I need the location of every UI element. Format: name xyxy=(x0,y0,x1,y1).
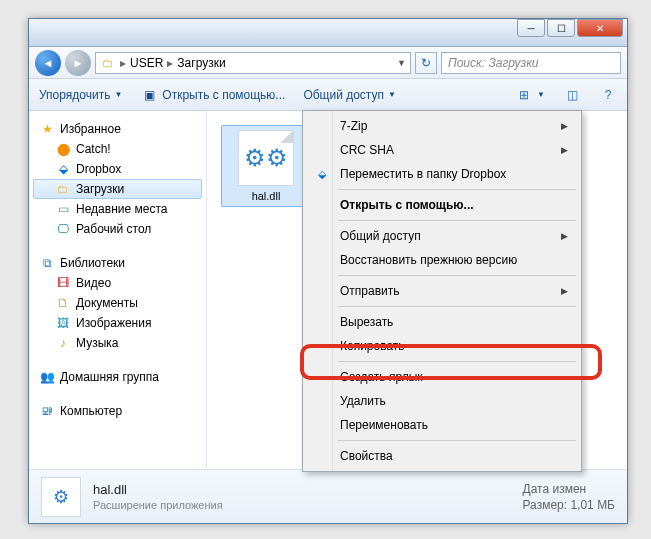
ctx-move-dropbox[interactable]: ⬙Переместить в папку Dropbox xyxy=(306,162,578,186)
dropbox-icon: ⬙ xyxy=(314,166,330,182)
ctx-shortcut[interactable]: Создать ярлык xyxy=(306,365,578,389)
ctx-open-with[interactable]: Открыть с помощью... xyxy=(306,193,578,217)
sidebar-item-documents[interactable]: 🗋Документы xyxy=(33,293,202,313)
organize-button[interactable]: Упорядочить▼ xyxy=(39,88,122,102)
homegroup-icon: 👥 xyxy=(39,369,55,385)
sidebar-item-recent[interactable]: ▭Недавние места xyxy=(33,199,202,219)
sidebar: ★Избранное ⬤Catch! ⬙Dropbox 🗀Загрузки ▭Н… xyxy=(29,111,207,469)
star-icon: ★ xyxy=(39,121,55,137)
sidebar-item-video[interactable]: 🎞Видео xyxy=(33,273,202,293)
address-bar[interactable]: 🗀 ▸ USER ▸ Загрузки ▼ xyxy=(95,52,411,74)
search-input[interactable]: Поиск: Загрузки xyxy=(441,52,621,74)
catch-icon: ⬤ xyxy=(55,141,71,157)
help-icon: ? xyxy=(599,86,617,104)
ctx-share[interactable]: Общий доступ▶ xyxy=(306,224,578,248)
chevron-right-icon: ▶ xyxy=(561,286,568,296)
context-menu: 7-Zip▶ CRC SHA▶ ⬙Переместить в папку Dro… xyxy=(302,110,582,472)
ctx-crc[interactable]: CRC SHA▶ xyxy=(306,138,578,162)
chevron-right-icon: ▶ xyxy=(561,145,568,155)
chevron-right-icon: ▸ xyxy=(167,56,173,70)
pane-icon: ◫ xyxy=(563,86,581,104)
file-name-label: hal.dll xyxy=(226,190,306,202)
folder-icon: 🗀 xyxy=(55,181,71,197)
chevron-right-icon: ▶ xyxy=(561,121,568,131)
ctx-7zip[interactable]: 7-Zip▶ xyxy=(306,114,578,138)
ctx-cut[interactable]: Вырезать xyxy=(306,310,578,334)
recent-icon: ▭ xyxy=(55,201,71,217)
minimize-button[interactable]: ─ xyxy=(517,19,545,37)
refresh-button[interactable]: ↻ xyxy=(415,52,437,74)
ctx-delete[interactable]: Удалить xyxy=(306,389,578,413)
documents-icon: 🗋 xyxy=(55,295,71,311)
chevron-right-icon: ▸ xyxy=(120,56,126,70)
status-size-value: 1,01 МБ xyxy=(570,498,615,512)
navbar: ◄ ► 🗀 ▸ USER ▸ Загрузки ▼ ↻ Поиск: Загру… xyxy=(29,47,627,79)
sidebar-item-dropbox[interactable]: ⬙Dropbox xyxy=(33,159,202,179)
titlebar: ─ ☐ ✕ xyxy=(29,19,627,47)
open-with-button[interactable]: ▣Открыть с помощью... xyxy=(140,86,285,104)
images-icon: 🖼 xyxy=(55,315,71,331)
music-icon: ♪ xyxy=(55,335,71,351)
ctx-properties[interactable]: Свойства xyxy=(306,444,578,468)
dropbox-icon: ⬙ xyxy=(55,161,71,177)
dll-icon: ⚙ xyxy=(41,477,81,517)
ctx-copy[interactable]: Копировать xyxy=(306,334,578,358)
back-button[interactable]: ◄ xyxy=(35,50,61,76)
dropdown-icon[interactable]: ▼ xyxy=(397,58,406,68)
ctx-rename[interactable]: Переименовать xyxy=(306,413,578,437)
breadcrumb-user[interactable]: USER xyxy=(130,56,163,70)
view-icon: ⊞ xyxy=(515,86,533,104)
ctx-restore[interactable]: Восстановить прежнюю версию xyxy=(306,248,578,272)
forward-button[interactable]: ► xyxy=(65,50,91,76)
share-button[interactable]: Общий доступ▼ xyxy=(303,88,396,102)
computer-icon: 🖳 xyxy=(39,403,55,419)
sidebar-favorites-header[interactable]: ★Избранное xyxy=(33,119,202,139)
file-item[interactable]: ⚙⚙ hal.dll xyxy=(221,125,311,207)
ctx-send-to[interactable]: Отправить▶ xyxy=(306,279,578,303)
sidebar-item-music[interactable]: ♪Музыка xyxy=(33,333,202,353)
sidebar-item-downloads[interactable]: 🗀Загрузки xyxy=(33,179,202,199)
maximize-button[interactable]: ☐ xyxy=(547,19,575,37)
sidebar-item-images[interactable]: 🖼Изображения xyxy=(33,313,202,333)
libraries-icon: ⧉ xyxy=(39,255,55,271)
preview-pane-button[interactable]: ◫ xyxy=(563,86,581,104)
sidebar-libraries-header[interactable]: ⧉Библиотеки xyxy=(33,253,202,273)
status-filename: hal.dll xyxy=(93,482,223,497)
desktop-icon: 🖵 xyxy=(55,221,71,237)
status-date-label: Дата измен xyxy=(523,482,615,496)
status-size-label: Размер: xyxy=(523,498,568,512)
chevron-right-icon: ▶ xyxy=(561,231,568,241)
status-filetype: Расширение приложения xyxy=(93,499,223,511)
sidebar-homegroup-header[interactable]: 👥Домашняя группа xyxy=(33,367,202,387)
video-icon: 🎞 xyxy=(55,275,71,291)
sidebar-item-desktop[interactable]: 🖵Рабочий стол xyxy=(33,219,202,239)
help-button[interactable]: ? xyxy=(599,86,617,104)
breadcrumb-downloads[interactable]: Загрузки xyxy=(177,56,225,70)
close-button[interactable]: ✕ xyxy=(577,19,623,37)
folder-icon: 🗀 xyxy=(100,55,116,71)
toolbar: Упорядочить▼ ▣Открыть с помощью... Общий… xyxy=(29,79,627,111)
status-bar: ⚙ hal.dll Расширение приложения Дата изм… xyxy=(29,469,627,523)
dll-icon: ⚙⚙ xyxy=(238,130,294,186)
sidebar-computer-header[interactable]: 🖳Компьютер xyxy=(33,401,202,421)
app-icon: ▣ xyxy=(140,86,158,104)
sidebar-item-catch[interactable]: ⬤Catch! xyxy=(33,139,202,159)
view-button[interactable]: ⊞▼ xyxy=(515,86,545,104)
